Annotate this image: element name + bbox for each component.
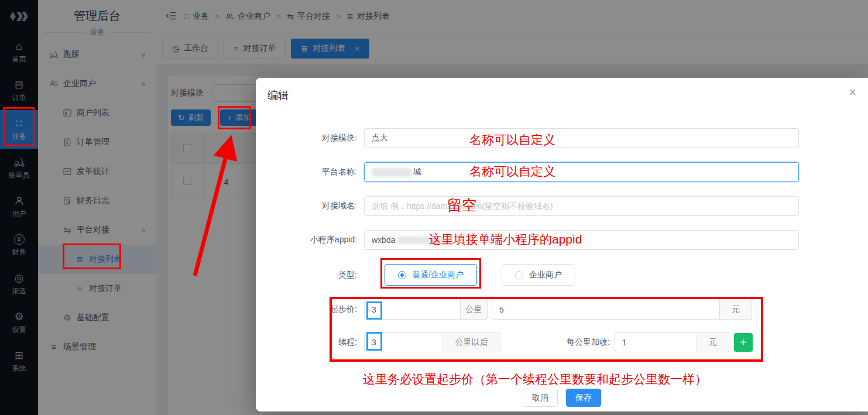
form-row-base-price: 起步价: 公里 元 bbox=[256, 300, 868, 320]
domain-label: 对接域名: bbox=[256, 201, 364, 211]
form-row-module: 对接模块: bbox=[256, 128, 868, 148]
form-row-domain: 对接域名: bbox=[256, 196, 868, 216]
domain-input[interactable] bbox=[364, 196, 799, 216]
yuan-unit-addon: 元 bbox=[697, 332, 729, 352]
radio-enterprise[interactable]: 企业商户 bbox=[502, 264, 575, 286]
per-km-input[interactable] bbox=[615, 332, 697, 352]
module-label: 对接模块: bbox=[256, 133, 364, 143]
radio-label: 普通/企业商户 bbox=[412, 270, 464, 280]
dialog-title: 编辑 bbox=[267, 88, 289, 102]
form-row-platform: 平台名称: 城 bbox=[256, 162, 868, 182]
form-row-appid: 小程序appid: wxbda bbox=[256, 230, 868, 250]
add-tier-button[interactable]: + bbox=[734, 333, 753, 352]
type-label: 类型: bbox=[256, 270, 364, 280]
per-km-group: 元 bbox=[615, 332, 729, 352]
platform-value-visible: 城 bbox=[413, 167, 421, 177]
radio-normal-enterprise[interactable]: 普通/企业商户 bbox=[385, 264, 477, 286]
platform-label: 平台名称: bbox=[256, 167, 364, 177]
appid-value-visible: wxbda bbox=[372, 235, 395, 245]
appid-input[interactable]: wxbda bbox=[364, 230, 799, 250]
km-after-unit-addon: 公里以后 bbox=[443, 332, 500, 352]
module-input[interactable] bbox=[364, 128, 799, 148]
censored-text bbox=[372, 168, 411, 177]
renewal-km-input[interactable] bbox=[364, 332, 443, 352]
censored-text bbox=[397, 236, 451, 244]
appid-label: 小程序appid: bbox=[256, 235, 364, 245]
cancel-button[interactable]: 取消 bbox=[523, 389, 558, 407]
radio-unselected-icon bbox=[515, 271, 523, 279]
form-row-renewal: 续程: 公里以后 每公里加收: 元 + bbox=[256, 332, 868, 352]
dialog-footer: 取消 保存 bbox=[256, 389, 868, 407]
renewal-label: 续程: bbox=[256, 337, 364, 348]
base-price-group: 元 bbox=[492, 300, 752, 320]
km-unit-addon: 公里 bbox=[461, 300, 488, 320]
radio-label: 企业商户 bbox=[529, 270, 562, 280]
platform-input[interactable]: 城 bbox=[364, 162, 799, 182]
radio-selected-icon bbox=[398, 271, 406, 279]
base-price-input[interactable] bbox=[492, 300, 720, 320]
edit-form: 对接模块: 平台名称: 城 对接域名: 小程序appid: wxbda 类型: bbox=[256, 128, 868, 366]
base-km-input[interactable] bbox=[364, 300, 461, 320]
yuan-unit-addon: 元 bbox=[720, 300, 752, 320]
base-price-label: 起步价: bbox=[256, 304, 364, 315]
per-km-label: 每公里加收: bbox=[500, 337, 615, 348]
edit-dialog: 编辑 × 对接模块: 平台名称: 城 对接域名: 小程序appid: wxbda… bbox=[256, 78, 868, 411]
form-row-type: 类型: 普通/企业商户 企业商户 bbox=[256, 264, 868, 286]
renewal-km-group: 公里以后 bbox=[364, 332, 500, 352]
close-icon[interactable]: × bbox=[849, 86, 856, 99]
base-km-group: 公里 bbox=[364, 300, 488, 320]
save-button[interactable]: 保存 bbox=[566, 389, 601, 407]
